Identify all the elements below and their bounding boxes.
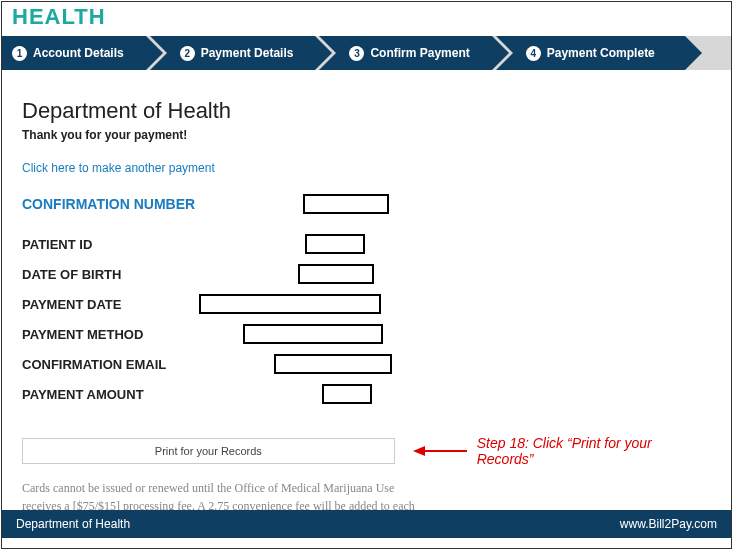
patient-id-value — [305, 234, 365, 254]
thank-you-text: Thank you for your payment! — [22, 128, 711, 142]
row-payment-amount: PAYMENT AMOUNT — [22, 383, 711, 405]
step-label: Payment Complete — [547, 46, 655, 60]
payment-method-label: PAYMENT METHOD — [22, 327, 143, 342]
payment-details: CONFIRMATION NUMBER PATIENT ID DATE OF B… — [22, 193, 711, 405]
row-date-of-birth: DATE OF BIRTH — [22, 263, 711, 285]
step-label: Confirm Payment — [370, 46, 469, 60]
dob-value — [298, 264, 374, 284]
row-confirmation-email: CONFIRMATION EMAIL — [22, 353, 711, 375]
step-annotation: Step 18: Click “Print for your Records” — [477, 435, 711, 467]
step-number: 3 — [349, 46, 364, 61]
make-another-payment-link[interactable]: Click here to make another payment — [22, 161, 215, 175]
row-patient-id: PATIENT ID — [22, 233, 711, 255]
payment-date-label: PAYMENT DATE — [22, 297, 121, 312]
progress-stepper: 1 Account Details 2 Payment Details 3 Co… — [2, 36, 731, 70]
step-payment-details: 2 Payment Details — [150, 36, 316, 70]
step-number: 1 — [12, 46, 27, 61]
page-title: Department of Health — [22, 98, 711, 124]
payment-method-value — [243, 324, 383, 344]
row-confirmation-number: CONFIRMATION NUMBER — [22, 193, 711, 215]
footer-left: Department of Health — [16, 517, 130, 531]
footer-right: www.Bill2Pay.com — [620, 517, 717, 531]
confirmation-number-label: CONFIRMATION NUMBER — [22, 196, 195, 212]
step-confirm-payment: 3 Confirm Payment — [319, 36, 491, 70]
step-payment-complete: 4 Payment Complete — [496, 36, 685, 70]
step-number: 4 — [526, 46, 541, 61]
payment-date-value — [199, 294, 381, 314]
payment-amount-value — [322, 384, 372, 404]
patient-id-label: PATIENT ID — [22, 237, 92, 252]
row-payment-date: PAYMENT DATE — [22, 293, 711, 315]
payment-amount-label: PAYMENT AMOUNT — [22, 387, 144, 402]
arrow-left-icon — [413, 444, 469, 458]
row-payment-method: PAYMENT METHOD — [22, 323, 711, 345]
step-number: 2 — [180, 46, 195, 61]
confirmation-email-label: CONFIRMATION EMAIL — [22, 357, 166, 372]
dob-label: DATE OF BIRTH — [22, 267, 121, 282]
print-for-records-button[interactable]: Print for your Records — [22, 438, 395, 464]
step-account-details: 1 Account Details — [2, 36, 146, 70]
step-label: Payment Details — [201, 46, 294, 60]
confirmation-email-value — [274, 354, 392, 374]
confirmation-number-value — [303, 194, 389, 214]
page-footer: Department of Health www.Bill2Pay.com — [2, 510, 731, 538]
svg-marker-1 — [413, 446, 425, 456]
brand-logo-partial: HEALTH — [2, 2, 731, 36]
step-label: Account Details — [33, 46, 124, 60]
